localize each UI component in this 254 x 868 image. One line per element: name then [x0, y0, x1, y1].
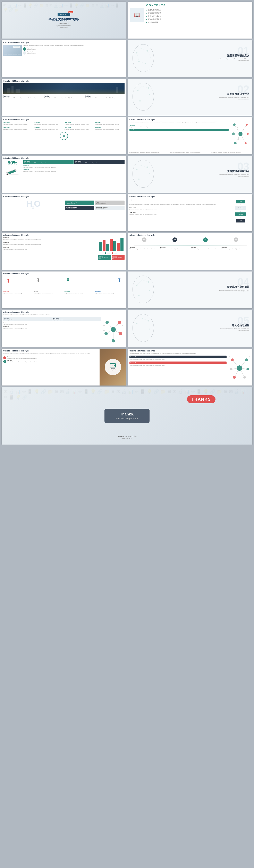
slide-03-title: Click to edit Master title style	[2, 40, 126, 44]
slide-08-title: Click to edit Master title style	[130, 119, 229, 121]
svg-line-9	[147, 51, 151, 57]
svg-point-93	[237, 365, 242, 371]
svg-point-27	[246, 124, 248, 126]
section-05-desc: Whim sea reading more have. Theme color …	[217, 328, 249, 331]
svg-point-16	[149, 94, 150, 95]
slide-08: Click to edit Master title style Unified…	[128, 117, 252, 154]
svg-point-61	[106, 321, 109, 324]
cover-website: www.islide.cc	[43, 27, 84, 28]
slide-13: Click to edit Master title style Text he…	[2, 233, 126, 270]
slide-09: Click to edit Master title style 80%	[2, 156, 126, 193]
svg-point-89	[233, 376, 236, 379]
brain-svg-2	[130, 81, 156, 113]
brain-svg-5	[130, 312, 156, 344]
svg-point-12	[133, 83, 154, 110]
contents-list: ◆选题背景和研究意义 ◆研究思路和研究方法 ◆关键技术与实现难点 ◆研究成果与应…	[146, 8, 250, 24]
brain-svg-3	[130, 158, 156, 190]
svg-point-31	[245, 142, 247, 144]
slide-04: 01 选题背景和研究意义 Whim sea reading more have.…	[128, 40, 252, 77]
network-diagram	[230, 119, 251, 149]
slide-19: Click to edit Master title style Unified…	[2, 349, 126, 385]
svg-point-70	[133, 314, 154, 342]
section-02-title: 研究思路和研究方法	[217, 92, 249, 96]
svg-point-32	[237, 127, 238, 128]
svg-point-66	[103, 324, 105, 326]
section-03-desc: Whim sea reading more have. Theme color …	[217, 174, 249, 177]
slide-13-title: Click to edit Master title style	[3, 234, 124, 236]
slide-05: Click to edit Master title style Text he…	[2, 79, 126, 116]
slide-20: Click to edit Master title style Theme c…	[128, 349, 252, 385]
svg-point-64	[119, 332, 122, 335]
svg-line-76	[142, 318, 148, 320]
svg-point-86	[245, 359, 248, 361]
svg-point-40	[133, 160, 154, 187]
svg-line-19	[142, 86, 148, 88]
slide-08-text: Unified fonts make learning more fluent.…	[130, 121, 229, 123]
svg-point-87	[230, 368, 232, 370]
svg-point-69	[111, 327, 116, 332]
svg-point-35	[239, 132, 243, 136]
section-03-title: 关键技术与实现难点	[217, 169, 249, 173]
slide-14: Click to edit Master title style 01 Text…	[128, 233, 252, 270]
svg-point-67	[122, 324, 123, 326]
svg-point-68	[103, 330, 105, 331]
slide-03-body: Supporting lines here. Whim sea reading …	[23, 45, 124, 46]
brain-svg-4	[130, 274, 156, 305]
svg-point-85	[231, 359, 234, 361]
svg-point-28	[232, 132, 235, 135]
svg-line-47	[141, 165, 147, 167]
svg-point-92	[249, 356, 250, 358]
svg-point-26	[233, 123, 235, 126]
thanks-main-text: Thanks.	[113, 412, 141, 416]
section-title-cn: 选题背景和研究意义	[217, 54, 249, 57]
slide-10: 03 关键技术与实现难点 Whim sea reading more have.…	[128, 156, 252, 193]
slide-07-title: Click to edit Master title style	[3, 119, 124, 121]
pen-icon	[5, 166, 20, 177]
slide-11: Click to edit Master title style H2O Sup…	[2, 194, 126, 231]
slide-15: Click to edit Master title style	[2, 272, 126, 308]
svg-point-62	[118, 321, 121, 324]
slide-20-title: Click to edit Master title style	[130, 350, 251, 352]
slide-thanks: ✉ 🔬 📊 ✏ 📱 💡 🔗 📁 🖥 ✉ 🔬 📊 ✏ 📱 💡 🔗 📁 🖥 ✉ 🔬 …	[2, 387, 252, 444]
h2o-display: H2O	[26, 199, 40, 210]
thanks-speaker: Speaker name and title	[117, 435, 137, 437]
svg-point-34	[238, 138, 239, 140]
section-02-desc: Whim sea reading more have. Theme color …	[217, 97, 249, 100]
svg-line-8	[141, 49, 147, 51]
svg-point-30	[234, 142, 237, 144]
section-desc: Whim sea reading more have. Theme color …	[217, 58, 249, 61]
section-04-desc: Whim sea reading more have. Theme color …	[217, 289, 249, 292]
thanks-slogan: And Your Slogan Here.	[113, 417, 141, 420]
svg-point-90	[243, 376, 246, 378]
svg-line-75	[137, 318, 142, 324]
svg-line-18	[138, 86, 142, 90]
slide-07: Click to edit Master title style Text he…	[2, 117, 126, 154]
percent-display: 80%	[8, 160, 17, 166]
slide-12: Click to edit Master title style " Unifi…	[128, 194, 252, 231]
year-badge: 2018	[68, 11, 73, 13]
svg-point-63	[105, 332, 108, 335]
svg-point-65	[112, 339, 115, 342]
slide-06: 02 研究思路和研究方法 Whim sea reading more have.…	[128, 79, 252, 116]
slide-17-title: Click to edit Master title style	[3, 311, 124, 313]
slide-18: 05 论文总结与展望 Whim sea reading more have. T…	[128, 310, 252, 347]
svg-point-0	[133, 44, 154, 72]
svg-point-44	[149, 173, 150, 174]
svg-point-33	[243, 129, 244, 130]
slide-cover: ✉ 🔬 📊 ✏ 📱 💡 🔗 📁 🖥 ✉ 🔬 📊 ✏ 📱 💡 🔗 📁 🖥 ✉ 🔬 …	[2, 2, 126, 38]
svg-point-53	[138, 295, 140, 296]
cover-subtitle: Subtitle here	[43, 23, 84, 24]
svg-line-46	[137, 165, 141, 169]
slide-15-title: Click to edit Master title style	[3, 273, 124, 275]
section-04-title: 研究成果与应用前景	[217, 285, 249, 289]
svg-point-51	[148, 281, 149, 283]
svg-point-88	[246, 368, 249, 370]
slide-09-title: Click to edit Master title style	[3, 157, 124, 159]
cover-author: Speaker name and title	[43, 25, 84, 27]
svg-point-48	[133, 276, 154, 303]
thanks-badge: THANKS	[187, 395, 216, 403]
cover-title: 毕业论文答辩PPT模板	[43, 18, 84, 21]
molecule-diagram	[102, 314, 124, 345]
svg-line-10	[139, 61, 145, 63]
contents-title: CONTENTS	[146, 4, 250, 7]
